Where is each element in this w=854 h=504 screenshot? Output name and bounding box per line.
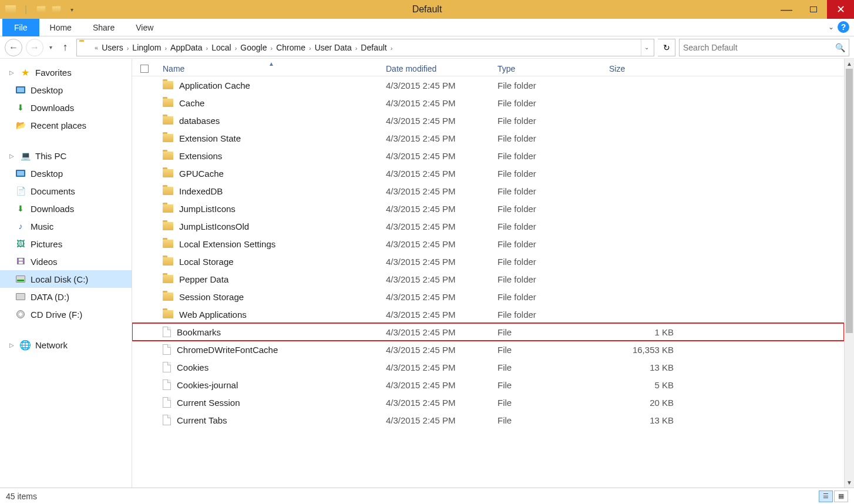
nav-item[interactable]: ⬇Downloads	[0, 200, 132, 217]
nav-item[interactable]: Local Disk (C:)	[0, 270, 132, 288]
file-row[interactable]: Local Storage4/3/2015 2:45 PMFile folder	[132, 253, 844, 270]
nav-item[interactable]: 🎞Videos	[0, 253, 132, 270]
breadcrumb-overflow[interactable]: «	[91, 44, 102, 51]
column-size[interactable]: Size	[609, 64, 680, 73]
nav-recent-places[interactable]: 📂Recent places	[0, 116, 132, 134]
up-button[interactable]: ↑	[58, 40, 73, 55]
breadcrumb-item[interactable]: Default	[361, 43, 386, 52]
file-size: 5 KB	[609, 380, 680, 390]
nav-network-header[interactable]: ▷ 🌐 Network	[0, 336, 132, 354]
minimize-button[interactable]: —	[773, 0, 800, 19]
file-date: 4/3/2015 2:45 PM	[386, 98, 497, 108]
nav-favorites-header[interactable]: ▷ ★ Favorites	[0, 63, 132, 81]
file-row[interactable]: Current Session4/3/2015 2:45 PMFile20 KB	[132, 394, 844, 411]
tab-view[interactable]: View	[125, 19, 164, 36]
breadcrumb-item[interactable]: User Data	[315, 43, 352, 52]
chevron-right-icon[interactable]: ›	[123, 45, 133, 52]
file-row[interactable]: Cache4/3/2015 2:45 PMFile folder	[132, 94, 844, 112]
tab-share[interactable]: Share	[82, 19, 125, 36]
column-date[interactable]: Date modified	[386, 64, 497, 73]
properties-icon[interactable]	[34, 2, 48, 16]
nav-item[interactable]: 📄Documents	[0, 182, 132, 200]
close-button[interactable]: ✕	[827, 0, 854, 19]
search-input[interactable]	[683, 43, 832, 52]
nav-desktop[interactable]: Desktop	[0, 81, 132, 99]
file-row[interactable]: Web Applications4/3/2015 2:45 PMFile fol…	[132, 305, 844, 323]
chevron-right-icon: ▷	[9, 69, 15, 76]
file-row[interactable]: Session Storage4/3/2015 2:45 PMFile fold…	[132, 288, 844, 305]
view-details-button[interactable]: ☰	[819, 490, 833, 502]
nav-item[interactable]: Desktop	[0, 164, 132, 182]
scroll-track[interactable]	[845, 333, 854, 478]
search-box[interactable]: 🔍	[679, 39, 849, 56]
file-row[interactable]: Pepper Data4/3/2015 2:45 PMFile folder	[132, 270, 844, 288]
file-row[interactable]: ChromeDWriteFontCache4/3/2015 2:45 PMFil…	[132, 341, 844, 358]
file-size: 13 KB	[609, 362, 680, 372]
file-row[interactable]: Cookies4/3/2015 2:45 PMFile13 KB	[132, 358, 844, 376]
help-icon[interactable]: ?	[838, 21, 849, 33]
scrollbar[interactable]: ▲ ▼	[844, 59, 854, 488]
nav-item[interactable]: ♪Music	[0, 217, 132, 235]
file-row[interactable]: Current Tabs4/3/2015 2:45 PMFile13 KB	[132, 411, 844, 429]
maximize-button[interactable]	[800, 0, 827, 19]
ribbon-expand-icon[interactable]: ⌄	[828, 23, 834, 31]
scroll-down-icon[interactable]: ▼	[845, 478, 854, 488]
file-row[interactable]: Bookmarks4/3/2015 2:45 PMFile1 KB	[132, 323, 844, 341]
file-row[interactable]: Local Extension Settings4/3/2015 2:45 PM…	[132, 235, 844, 253]
nav-item[interactable]: CD Drive (F:)	[0, 305, 132, 323]
file-row[interactable]: IndexedDB4/3/2015 2:45 PMFile folder	[132, 182, 844, 200]
file-tab[interactable]: File	[2, 19, 39, 36]
chevron-right-icon[interactable]: ›	[203, 45, 212, 52]
file-row[interactable]: Extensions4/3/2015 2:45 PMFile folder	[132, 147, 844, 164]
network-icon: 🌐	[20, 340, 31, 350]
search-icon[interactable]: 🔍	[835, 43, 845, 52]
nav-item[interactable]: 🖼Pictures	[0, 235, 132, 253]
qat-dropdown-icon[interactable]: ▾	[65, 2, 79, 16]
file-name: Bookmarks	[177, 327, 221, 337]
file-row[interactable]: Cookies-journal4/3/2015 2:45 PMFile5 KB	[132, 376, 844, 394]
file-date: 4/3/2015 2:45 PM	[386, 186, 497, 196]
file-date: 4/3/2015 2:45 PM	[386, 80, 497, 90]
tab-home[interactable]: Home	[39, 19, 82, 36]
file-name: Application Cache	[179, 80, 250, 90]
chevron-right-icon[interactable]: ›	[305, 45, 315, 52]
breadcrumb-item[interactable]: Chrome	[276, 43, 305, 52]
history-dropdown-icon[interactable]: ▾	[47, 44, 54, 51]
chevron-right-icon[interactable]: ›	[267, 45, 277, 52]
file-row[interactable]: Extension State4/3/2015 2:45 PMFile fold…	[132, 129, 844, 147]
refresh-button[interactable]: ↻	[658, 39, 675, 56]
file-name: Current Tabs	[177, 415, 227, 425]
chevron-right-icon[interactable]: ›	[352, 45, 361, 52]
breadcrumb-item[interactable]: Google	[240, 43, 267, 52]
breadcrumb-item[interactable]: Local	[211, 43, 231, 52]
chevron-right-icon[interactable]: ›	[387, 45, 396, 52]
window-controls: — ✕	[773, 0, 854, 19]
nav-downloads[interactable]: ⬇Downloads	[0, 99, 132, 116]
new-folder-icon[interactable]	[49, 2, 63, 16]
view-icons-button[interactable]: ▦	[834, 490, 848, 502]
file-name: Extension State	[179, 133, 241, 143]
breadcrumb-item[interactable]: Users	[102, 43, 123, 52]
file-name: Cookies-journal	[177, 380, 238, 390]
nav-thispc-header[interactable]: ▷ 💻 This PC	[0, 147, 132, 164]
back-button[interactable]: ←	[5, 39, 22, 56]
breadcrumb-dropdown-icon[interactable]: ⌄	[641, 39, 651, 56]
column-name[interactable]: ▲Name	[157, 64, 386, 73]
column-type[interactable]: Type	[497, 64, 609, 73]
file-row[interactable]: JumpListIcons4/3/2015 2:45 PMFile folder	[132, 200, 844, 217]
scroll-thumb[interactable]	[846, 69, 853, 333]
breadcrumb-item[interactable]: Linglom	[132, 43, 161, 52]
file-type: File folder	[497, 204, 609, 214]
forward-button[interactable]: →	[26, 39, 43, 56]
file-row[interactable]: Application Cache4/3/2015 2:45 PMFile fo…	[132, 76, 844, 94]
chevron-right-icon[interactable]: ›	[231, 45, 241, 52]
file-row[interactable]: databases4/3/2015 2:45 PMFile folder	[132, 112, 844, 129]
nav-item[interactable]: DATA (D:)	[0, 288, 132, 305]
breadcrumb[interactable]: « Users›Linglom›AppData›Local›Google›Chr…	[76, 39, 654, 56]
file-row[interactable]: JumpListIconsOld4/3/2015 2:45 PMFile fol…	[132, 217, 844, 235]
breadcrumb-item[interactable]: AppData	[170, 43, 202, 52]
scroll-up-icon[interactable]: ▲	[845, 59, 854, 69]
select-all-checkbox[interactable]	[132, 65, 157, 73]
file-row[interactable]: GPUCache4/3/2015 2:45 PMFile folder	[132, 164, 844, 182]
chevron-right-icon[interactable]: ›	[161, 45, 170, 52]
